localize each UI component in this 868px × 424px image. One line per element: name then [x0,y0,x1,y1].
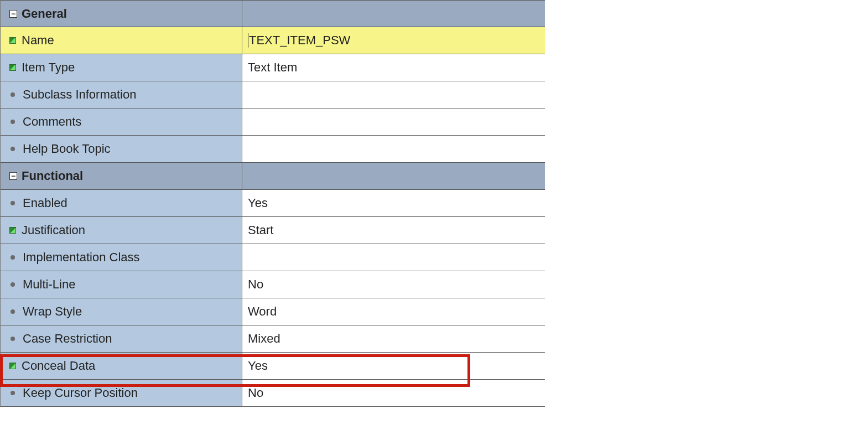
property-value-cell[interactable]: No [242,380,545,406]
property-row-conceal-data[interactable]: Conceal Data Yes [1,353,545,380]
property-value: Text Item [248,60,297,75]
property-value-cell[interactable]: Start [242,217,545,244]
property-label: Comments [23,115,81,129]
property-row-comments[interactable]: Comments [1,108,545,136]
property-value-cell[interactable]: No [242,271,545,298]
modified-icon [9,363,16,369]
section-header-general[interactable]: − General [1,0,545,27]
property-value: TEXT_ITEM_PSW [249,33,350,48]
default-icon [11,120,15,124]
property-value-cell[interactable]: Mixed [242,325,545,352]
text-caret-icon [248,33,248,48]
property-label: Subclass Information [23,87,136,102]
property-label: Implementation Class [23,250,140,265]
property-label: Name [22,33,54,48]
property-label: Case Restriction [23,332,112,346]
section-header-functional[interactable]: − Functional [1,163,545,190]
default-icon [11,255,15,260]
property-label: Justification [22,223,85,237]
section-header-spacer [242,1,545,27]
property-row-keep-cursor[interactable]: Keep Cursor Position No [1,380,545,407]
default-icon [11,92,15,97]
property-value: Mixed [248,332,280,346]
property-row-subclass[interactable]: Subclass Information [1,81,545,108]
default-icon [11,391,15,395]
property-value: Yes [248,196,268,210]
property-value: Word [248,304,277,319]
property-label: Multi-Line [23,277,75,292]
property-value-cell[interactable] [242,81,545,108]
collapse-icon[interactable]: − [9,172,17,180]
default-icon [11,309,15,314]
property-row-name[interactable]: Name TEXT_ITEM_PSW [1,27,545,54]
property-value-cell[interactable]: Yes [242,353,545,379]
property-label: Conceal Data [22,359,95,373]
section-header-spacer [242,163,545,189]
property-palette: − General Name TEXT_ITEM_PSW Item Type T… [0,0,545,407]
section-title: General [22,7,67,21]
modified-icon [9,227,16,234]
property-label: Keep Cursor Position [23,386,138,400]
default-icon [11,337,15,341]
property-row-justification[interactable]: Justification Start [1,217,545,244]
property-row-case-restriction[interactable]: Case Restriction Mixed [1,325,545,353]
property-row-item-type[interactable]: Item Type Text Item [1,54,545,81]
collapse-icon[interactable]: − [9,10,17,18]
property-row-impl-class[interactable]: Implementation Class [1,244,545,271]
property-value-cell[interactable] [242,136,545,162]
property-row-help-book[interactable]: Help Book Topic [1,136,545,163]
default-icon [11,201,15,205]
property-value-cell[interactable]: Text Item [242,54,545,81]
property-row-enabled[interactable]: Enabled Yes [1,190,545,217]
property-value: Yes [248,359,268,373]
property-value-cell[interactable] [242,108,545,135]
section-title: Functional [22,169,83,183]
default-icon [11,147,15,151]
property-value-cell[interactable]: Yes [242,190,545,216]
property-value-cell[interactable] [242,244,545,271]
property-label: Wrap Style [23,304,82,319]
modified-icon [9,64,16,71]
property-value: No [248,277,263,292]
modified-icon [9,37,16,44]
property-value: Start [248,223,273,237]
property-label: Item Type [22,60,75,75]
property-row-multi-line[interactable]: Multi-Line No [1,271,545,298]
default-icon [11,282,15,287]
property-value-input[interactable]: TEXT_ITEM_PSW [242,27,545,54]
property-row-wrap-style[interactable]: Wrap Style Word [1,298,545,325]
property-label: Enabled [23,196,67,210]
property-value-cell[interactable]: Word [242,298,545,325]
property-label: Help Book Topic [23,142,111,156]
property-value: No [248,386,263,400]
